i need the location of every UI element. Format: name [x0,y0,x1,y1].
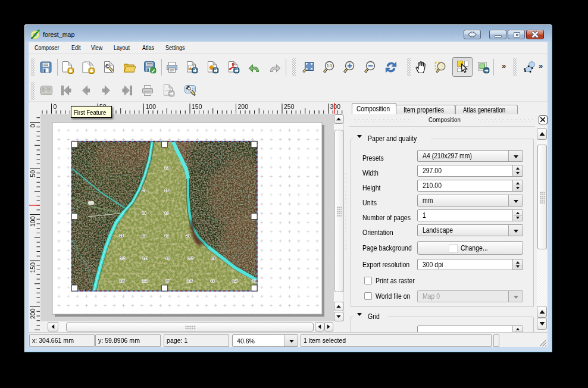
svg-text:0.19: 0.19 [119,280,125,283]
svg-text:200: 200 [29,308,36,319]
svg-text:50: 50 [29,170,36,177]
svg-text:0.7: 0.7 [165,234,169,237]
svg-text:300: 300 [330,103,341,110]
svg-text:0: 0 [54,103,57,110]
svg-text:1:1: 1:1 [327,64,332,68]
svg-text:0.9: 0.9 [165,189,169,192]
svg-text:0.20: 0.20 [232,280,238,283]
svg-text:100: 100 [146,103,157,110]
svg-text:0.11: 0.11 [143,257,148,260]
svg-text:0.7: 0.7 [165,280,170,283]
svg-text:0.1: 0.1 [165,167,169,170]
svg-text:250: 250 [284,103,295,110]
svg-text:0.3: 0.3 [165,212,169,215]
svg-text:0.8: 0.8 [166,257,170,260]
svg-text:0.5: 0.5 [120,234,124,237]
svg-text:2.3: 2.3 [186,234,190,237]
svg-text:0.4: 0.4 [142,212,146,215]
svg-text:100: 100 [29,216,36,227]
svg-text:150: 150 [192,103,202,110]
svg-text:150: 150 [29,262,36,273]
svg-text:0.16: 0.16 [187,280,193,283]
svg-text:0.18: 0.18 [187,257,193,260]
svg-text:0.2: 0.2 [142,234,146,237]
svg-text:2.1: 2.1 [142,189,146,192]
svg-text:0.12: 0.12 [142,280,148,283]
svg-text:0.9: 0.9 [211,257,215,260]
svg-text:0.10: 0.10 [120,257,126,260]
svg-text:0.9: 0.9 [211,280,215,283]
svg-text:0: 0 [29,124,36,127]
svg-text:200: 200 [238,103,249,110]
